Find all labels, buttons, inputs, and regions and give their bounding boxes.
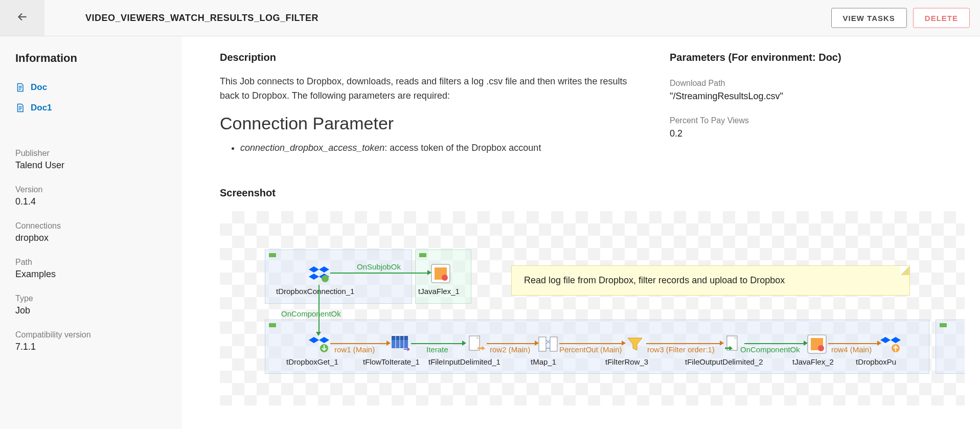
link-line <box>330 273 429 274</box>
filterrow-icon <box>624 333 646 355</box>
svg-marker-33 <box>880 337 891 343</box>
info-value-path: Examples <box>15 269 182 280</box>
svg-point-14 <box>442 275 448 281</box>
component-label: tFileOutputDelimited_2 <box>685 357 763 366</box>
tmap-icon <box>537 333 559 355</box>
link-label: Iterate <box>426 345 448 354</box>
svg-rect-24 <box>539 337 546 351</box>
svg-marker-9 <box>309 274 319 280</box>
delete-button[interactable]: DELETE <box>913 8 970 28</box>
info-value-publisher: Talend User <box>15 160 182 171</box>
header-bar: VIDEO_VIEWERS_WATCH_RESULTS_LOG_FILTER V… <box>0 0 980 36</box>
screenshot-canvas: tDropboxConnection_1 tJavaFlex_1 OnSubjo… <box>220 211 965 405</box>
info-label-version: Version <box>15 185 182 194</box>
bullet-rest: : access token of the Dropbox account <box>384 143 541 153</box>
collapse-icon <box>940 323 947 327</box>
component-label: tDropboxPu <box>856 357 896 366</box>
info-label-path: Path <box>15 258 182 267</box>
info-value-version: 0.1.4 <box>15 196 182 207</box>
info-value-connections: dropbox <box>15 233 182 243</box>
arrow-icon <box>427 270 431 275</box>
javaflex-icon <box>429 262 452 285</box>
header-buttons: VIEW TASKS DELETE <box>831 8 970 28</box>
info-value-type: Job <box>15 305 182 316</box>
info-label-compat: Compatibility version <box>15 330 182 340</box>
svg-marker-8 <box>319 266 329 273</box>
description-text: This Job connects to Dropbox, downloads,… <box>220 75 630 103</box>
javaflex-icon <box>806 333 828 355</box>
parameters-heading: Parameters (For environment: Doc) <box>670 52 956 63</box>
component-label: tFileInputDelimited_1 <box>428 357 500 366</box>
link-label: row4 (Main) <box>831 345 872 354</box>
description-heading: Description <box>220 52 639 63</box>
document-icon <box>15 103 25 112</box>
component-label: tFilterRow_3 <box>605 357 648 366</box>
info-label-connections: Connections <box>15 221 182 231</box>
dropbox-put-icon <box>879 333 902 355</box>
svg-rect-25 <box>550 337 557 351</box>
component-label: tFlowToIterate_1 <box>363 357 420 366</box>
param-label-download: Download Path <box>670 79 956 88</box>
svg-point-32 <box>818 345 824 351</box>
arrow-icon <box>720 341 724 346</box>
page-title: VIDEO_VIEWERS_WATCH_RESULTS_LOG_FILTER <box>85 13 318 24</box>
dropbox-get-icon <box>308 333 330 355</box>
svg-marker-15 <box>309 337 319 343</box>
component-label: tDropboxGet_1 <box>286 357 338 366</box>
description-scroll[interactable]: This Job connects to Dropbox, downloads,… <box>220 75 639 172</box>
link-label: PercentOut (Main) <box>559 345 622 354</box>
info-label-publisher: Publisher <box>15 149 182 158</box>
link-label: row1 (Main) <box>334 345 375 354</box>
component-label: tJavaFlex_2 <box>792 357 834 366</box>
description-section-title: Connection Parameter <box>220 114 630 133</box>
link-line <box>330 343 389 344</box>
arrow-icon <box>877 341 881 346</box>
arrow-icon <box>622 341 626 346</box>
component-label: tMap_1 <box>531 357 556 366</box>
link-label: OnComponentOk <box>740 345 800 354</box>
flowtoiterate-icon <box>389 333 411 355</box>
link-label: row3 (Filter order:1) <box>647 345 715 354</box>
back-button[interactable] <box>16 10 29 26</box>
sidebar-item-doc1[interactable]: Doc1 <box>15 98 182 118</box>
link-line <box>411 343 464 344</box>
sidebar-item-doc[interactable]: Doc <box>15 77 182 98</box>
main-content: Description This Job connects to Dropbox… <box>182 36 980 429</box>
svg-marker-7 <box>309 266 319 273</box>
param-value-download: "/StreamingResultsLog.csv" <box>670 91 956 102</box>
view-tasks-button[interactable]: VIEW TASKS <box>831 8 907 28</box>
param-label-percent: Percent To Pay Views <box>670 116 956 125</box>
sidebar-item-label: Doc <box>31 82 47 93</box>
arrow-icon <box>386 341 391 346</box>
document-icon <box>15 83 25 92</box>
note-fold-icon <box>900 266 909 275</box>
param-value-percent: 0.2 <box>670 128 956 139</box>
back-area <box>0 0 44 36</box>
collapse-icon <box>269 253 276 257</box>
screenshot-heading: Screenshot <box>220 187 965 199</box>
link-line <box>646 343 722 344</box>
arrow-icon <box>535 341 539 346</box>
link-line <box>744 343 806 344</box>
svg-point-11 <box>322 275 329 282</box>
link-label: OnSubjobOk <box>357 262 401 271</box>
arrow-icon <box>462 341 466 346</box>
subjob-box-4 <box>936 320 965 374</box>
bullet-em: connection_dropbox_access_token <box>240 143 384 153</box>
collapse-icon <box>269 323 276 327</box>
arrow-icon <box>804 341 808 346</box>
link-label: OnComponentOk <box>281 309 341 318</box>
link-label: row2 (Main) <box>490 345 530 354</box>
dropbox-connection-icon <box>308 262 330 285</box>
note-text: Read log file from Dropbox, filter recor… <box>524 275 785 285</box>
link-line <box>559 343 624 344</box>
link-line <box>828 343 879 344</box>
component-label: tJavaFlex_1 <box>418 287 460 296</box>
link-line <box>487 343 537 344</box>
info-value-compat: 7.1.1 <box>15 342 182 352</box>
sidebar-item-label: Doc1 <box>31 103 52 113</box>
description-bullet: connection_dropbox_access_token: access … <box>240 141 630 155</box>
svg-marker-34 <box>891 337 901 343</box>
subjob-box-1 <box>265 250 412 304</box>
collapse-icon <box>419 253 426 257</box>
